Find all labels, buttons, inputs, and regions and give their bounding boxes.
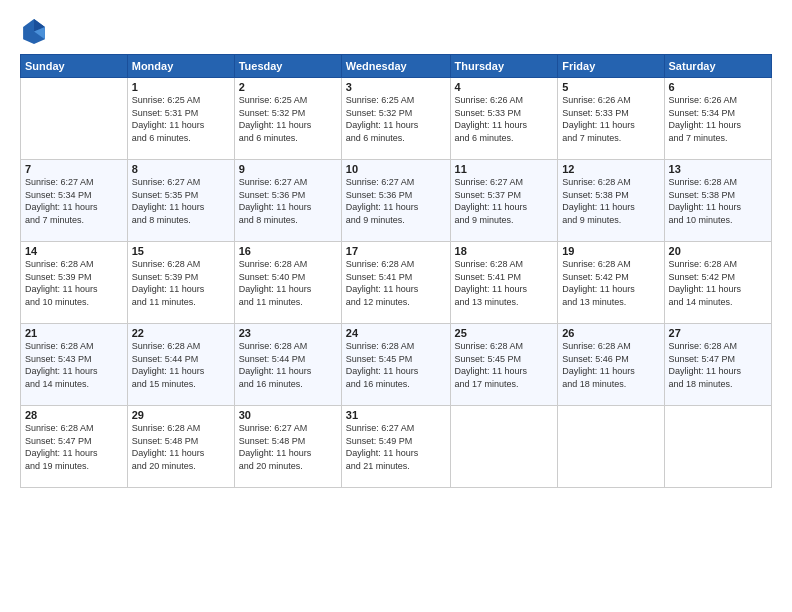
day-info: Sunrise: 6:28 AMSunset: 5:46 PMDaylight:… (562, 340, 659, 390)
day-info: Sunrise: 6:28 AMSunset: 5:41 PMDaylight:… (455, 258, 554, 308)
calendar-cell (558, 406, 664, 488)
day-number: 2 (239, 81, 337, 93)
day-info: Sunrise: 6:25 AMSunset: 5:31 PMDaylight:… (132, 94, 230, 144)
calendar-cell: 14Sunrise: 6:28 AMSunset: 5:39 PMDayligh… (21, 242, 128, 324)
day-number: 7 (25, 163, 123, 175)
day-info: Sunrise: 6:27 AMSunset: 5:36 PMDaylight:… (239, 176, 337, 226)
day-number: 12 (562, 163, 659, 175)
calendar-cell: 10Sunrise: 6:27 AMSunset: 5:36 PMDayligh… (341, 160, 450, 242)
day-info: Sunrise: 6:27 AMSunset: 5:35 PMDaylight:… (132, 176, 230, 226)
header (20, 16, 772, 44)
day-number: 24 (346, 327, 446, 339)
weekday-friday: Friday (558, 55, 664, 78)
day-info: Sunrise: 6:25 AMSunset: 5:32 PMDaylight:… (346, 94, 446, 144)
day-info: Sunrise: 6:28 AMSunset: 5:44 PMDaylight:… (239, 340, 337, 390)
day-number: 18 (455, 245, 554, 257)
weekday-monday: Monday (127, 55, 234, 78)
day-info: Sunrise: 6:27 AMSunset: 5:48 PMDaylight:… (239, 422, 337, 472)
calendar: SundayMondayTuesdayWednesdayThursdayFrid… (20, 54, 772, 488)
day-info: Sunrise: 6:28 AMSunset: 5:47 PMDaylight:… (669, 340, 767, 390)
calendar-cell: 20Sunrise: 6:28 AMSunset: 5:42 PMDayligh… (664, 242, 771, 324)
day-info: Sunrise: 6:28 AMSunset: 5:38 PMDaylight:… (562, 176, 659, 226)
day-number: 20 (669, 245, 767, 257)
day-number: 23 (239, 327, 337, 339)
calendar-cell: 31Sunrise: 6:27 AMSunset: 5:49 PMDayligh… (341, 406, 450, 488)
weekday-sunday: Sunday (21, 55, 128, 78)
day-number: 13 (669, 163, 767, 175)
day-number: 21 (25, 327, 123, 339)
calendar-cell: 30Sunrise: 6:27 AMSunset: 5:48 PMDayligh… (234, 406, 341, 488)
day-number: 27 (669, 327, 767, 339)
day-number: 6 (669, 81, 767, 93)
calendar-cell: 15Sunrise: 6:28 AMSunset: 5:39 PMDayligh… (127, 242, 234, 324)
week-row-3: 14Sunrise: 6:28 AMSunset: 5:39 PMDayligh… (21, 242, 772, 324)
day-number: 17 (346, 245, 446, 257)
day-info: Sunrise: 6:28 AMSunset: 5:39 PMDaylight:… (132, 258, 230, 308)
day-info: Sunrise: 6:27 AMSunset: 5:36 PMDaylight:… (346, 176, 446, 226)
calendar-cell: 1Sunrise: 6:25 AMSunset: 5:31 PMDaylight… (127, 78, 234, 160)
day-number: 11 (455, 163, 554, 175)
day-info: Sunrise: 6:28 AMSunset: 5:48 PMDaylight:… (132, 422, 230, 472)
calendar-cell: 5Sunrise: 6:26 AMSunset: 5:33 PMDaylight… (558, 78, 664, 160)
day-number: 19 (562, 245, 659, 257)
day-number: 14 (25, 245, 123, 257)
weekday-saturday: Saturday (664, 55, 771, 78)
day-number: 22 (132, 327, 230, 339)
day-info: Sunrise: 6:27 AMSunset: 5:34 PMDaylight:… (25, 176, 123, 226)
day-info: Sunrise: 6:28 AMSunset: 5:40 PMDaylight:… (239, 258, 337, 308)
day-number: 25 (455, 327, 554, 339)
day-info: Sunrise: 6:28 AMSunset: 5:45 PMDaylight:… (455, 340, 554, 390)
week-row-2: 7Sunrise: 6:27 AMSunset: 5:34 PMDaylight… (21, 160, 772, 242)
day-info: Sunrise: 6:28 AMSunset: 5:42 PMDaylight:… (669, 258, 767, 308)
calendar-cell: 22Sunrise: 6:28 AMSunset: 5:44 PMDayligh… (127, 324, 234, 406)
calendar-cell: 26Sunrise: 6:28 AMSunset: 5:46 PMDayligh… (558, 324, 664, 406)
day-info: Sunrise: 6:28 AMSunset: 5:47 PMDaylight:… (25, 422, 123, 472)
calendar-cell: 4Sunrise: 6:26 AMSunset: 5:33 PMDaylight… (450, 78, 558, 160)
calendar-cell: 11Sunrise: 6:27 AMSunset: 5:37 PMDayligh… (450, 160, 558, 242)
calendar-cell (21, 78, 128, 160)
day-info: Sunrise: 6:28 AMSunset: 5:38 PMDaylight:… (669, 176, 767, 226)
calendar-cell: 9Sunrise: 6:27 AMSunset: 5:36 PMDaylight… (234, 160, 341, 242)
day-info: Sunrise: 6:28 AMSunset: 5:45 PMDaylight:… (346, 340, 446, 390)
day-number: 1 (132, 81, 230, 93)
calendar-cell: 13Sunrise: 6:28 AMSunset: 5:38 PMDayligh… (664, 160, 771, 242)
day-number: 28 (25, 409, 123, 421)
day-info: Sunrise: 6:28 AMSunset: 5:39 PMDaylight:… (25, 258, 123, 308)
weekday-wednesday: Wednesday (341, 55, 450, 78)
day-info: Sunrise: 6:28 AMSunset: 5:43 PMDaylight:… (25, 340, 123, 390)
day-info: Sunrise: 6:27 AMSunset: 5:37 PMDaylight:… (455, 176, 554, 226)
calendar-cell: 24Sunrise: 6:28 AMSunset: 5:45 PMDayligh… (341, 324, 450, 406)
calendar-cell: 2Sunrise: 6:25 AMSunset: 5:32 PMDaylight… (234, 78, 341, 160)
calendar-cell: 8Sunrise: 6:27 AMSunset: 5:35 PMDaylight… (127, 160, 234, 242)
calendar-cell (450, 406, 558, 488)
page: SundayMondayTuesdayWednesdayThursdayFrid… (0, 0, 792, 612)
calendar-cell: 27Sunrise: 6:28 AMSunset: 5:47 PMDayligh… (664, 324, 771, 406)
calendar-cell: 6Sunrise: 6:26 AMSunset: 5:34 PMDaylight… (664, 78, 771, 160)
day-info: Sunrise: 6:26 AMSunset: 5:33 PMDaylight:… (455, 94, 554, 144)
day-number: 10 (346, 163, 446, 175)
logo-icon (20, 16, 48, 44)
day-info: Sunrise: 6:28 AMSunset: 5:42 PMDaylight:… (562, 258, 659, 308)
day-number: 15 (132, 245, 230, 257)
weekday-thursday: Thursday (450, 55, 558, 78)
day-number: 29 (132, 409, 230, 421)
day-info: Sunrise: 6:26 AMSunset: 5:33 PMDaylight:… (562, 94, 659, 144)
calendar-cell: 7Sunrise: 6:27 AMSunset: 5:34 PMDaylight… (21, 160, 128, 242)
day-number: 4 (455, 81, 554, 93)
calendar-cell: 17Sunrise: 6:28 AMSunset: 5:41 PMDayligh… (341, 242, 450, 324)
calendar-cell: 21Sunrise: 6:28 AMSunset: 5:43 PMDayligh… (21, 324, 128, 406)
day-number: 30 (239, 409, 337, 421)
calendar-body: 1Sunrise: 6:25 AMSunset: 5:31 PMDaylight… (21, 78, 772, 488)
calendar-cell: 3Sunrise: 6:25 AMSunset: 5:32 PMDaylight… (341, 78, 450, 160)
calendar-cell (664, 406, 771, 488)
day-number: 3 (346, 81, 446, 93)
logo (20, 16, 52, 44)
day-info: Sunrise: 6:25 AMSunset: 5:32 PMDaylight:… (239, 94, 337, 144)
day-number: 8 (132, 163, 230, 175)
calendar-cell: 18Sunrise: 6:28 AMSunset: 5:41 PMDayligh… (450, 242, 558, 324)
day-info: Sunrise: 6:26 AMSunset: 5:34 PMDaylight:… (669, 94, 767, 144)
week-row-5: 28Sunrise: 6:28 AMSunset: 5:47 PMDayligh… (21, 406, 772, 488)
week-row-1: 1Sunrise: 6:25 AMSunset: 5:31 PMDaylight… (21, 78, 772, 160)
day-number: 5 (562, 81, 659, 93)
calendar-cell: 16Sunrise: 6:28 AMSunset: 5:40 PMDayligh… (234, 242, 341, 324)
